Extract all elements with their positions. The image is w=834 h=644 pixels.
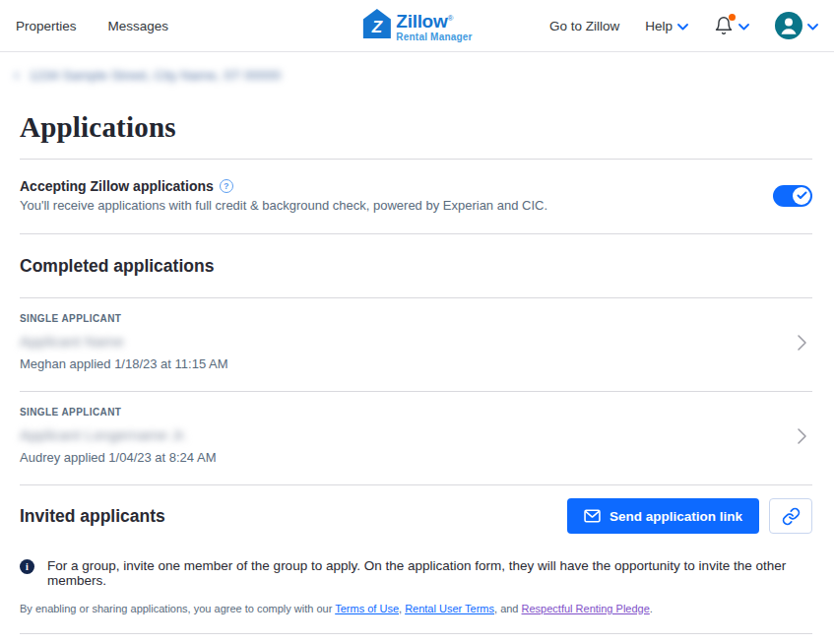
link-icon xyxy=(782,507,801,526)
top-nav: Properties Messages Z Zillow® Rental Man… xyxy=(0,0,834,52)
check-icon xyxy=(797,191,807,200)
group-invite-info: i For a group, invite one member of the … xyxy=(20,558,812,588)
chevron-right-icon xyxy=(798,428,806,448)
application-row[interactable]: SINGLE APPLICANT Applicant Name Meghan a… xyxy=(20,298,812,391)
toggle-knob xyxy=(793,187,810,205)
applicant-name-redacted: Applicant Longername Jr. xyxy=(20,426,812,443)
nav-item-messages[interactable]: Messages xyxy=(108,19,169,33)
chevron-down-icon xyxy=(738,17,749,34)
accepting-applications-section: Accepting Zillow applications ? You'll r… xyxy=(20,178,812,213)
terms-disclaimer: By enabling or sharing applications, you… xyxy=(20,603,812,614)
accepting-text-block: Accepting Zillow applications ? You'll r… xyxy=(20,178,547,213)
avatar xyxy=(775,12,802,39)
invited-applicants-heading: Invited applicants xyxy=(20,506,165,527)
back-chevron-icon: ‹ xyxy=(14,65,20,85)
logo-text: Zillow® Rental Manager xyxy=(396,8,472,42)
accepting-applications-toggle[interactable] xyxy=(773,185,812,207)
terms-separator: , and xyxy=(494,603,522,614)
invited-applicants-section: Invited applicants Send application link xyxy=(20,498,812,534)
page-title: Applications xyxy=(20,111,812,144)
terms-of-use-link[interactable]: Terms of Use xyxy=(335,603,399,614)
invited-actions: Send application link xyxy=(567,498,812,534)
envelope-icon xyxy=(584,509,601,523)
accepting-title-row: Accepting Zillow applications ? xyxy=(20,178,547,194)
divider xyxy=(20,633,812,634)
divider xyxy=(20,484,812,485)
completed-applications-heading: Completed applications xyxy=(20,256,812,277)
respectful-renting-pledge-link[interactable]: Respectful Renting Pledge xyxy=(522,603,650,614)
help-question-icon[interactable]: ? xyxy=(220,179,233,193)
applicant-name-redacted: Applicant Name xyxy=(20,333,812,350)
application-row[interactable]: SINGLE APPLICANT Applicant Longername Jr… xyxy=(20,392,812,484)
divider xyxy=(20,159,812,160)
application-meta: Audrey applied 1/04/23 at 8:24 AM xyxy=(20,450,812,465)
help-menu[interactable]: Help xyxy=(645,17,688,34)
chevron-down-icon xyxy=(677,17,688,34)
send-application-link-button[interactable]: Send application link xyxy=(567,498,759,534)
chevron-right-icon xyxy=(798,335,806,354)
applicant-type-badge: SINGLE APPLICANT xyxy=(20,407,812,418)
svg-text:Z: Z xyxy=(370,18,382,36)
accepting-description: You'll receive applications with full cr… xyxy=(20,198,547,213)
divider xyxy=(20,233,812,234)
account-menu[interactable] xyxy=(775,12,818,39)
registered-mark: ® xyxy=(447,14,453,23)
property-address-redacted: 1234 Sample Street, City Name, ST 00000 xyxy=(30,68,282,83)
breadcrumb[interactable]: ‹ 1234 Sample Street, City Name, ST 0000… xyxy=(0,52,834,97)
rental-user-terms-link[interactable]: Rental User Terms xyxy=(405,603,494,614)
application-meta: Meghan applied 1/18/23 at 11:15 AM xyxy=(20,356,812,371)
go-to-zillow-link[interactable]: Go to Zillow xyxy=(549,19,619,33)
nav-left: Properties Messages xyxy=(16,19,168,33)
chevron-down-icon xyxy=(807,17,818,34)
main-content: Applications Accepting Zillow applicatio… xyxy=(0,111,834,644)
zillow-rental-manager-logo[interactable]: Z Zillow® Rental Manager xyxy=(361,8,472,43)
logo-brand: Zillow® xyxy=(396,11,453,32)
terms-prefix: By enabling or sharing applications, you… xyxy=(20,603,335,614)
nav-right: Go to Zillow Help xyxy=(549,12,818,39)
send-application-link-label: Send application link xyxy=(609,509,742,524)
logo-subtitle: Rental Manager xyxy=(396,32,472,42)
bell-icon xyxy=(714,15,734,36)
notifications-menu[interactable] xyxy=(714,15,749,36)
nav-item-properties[interactable]: Properties xyxy=(16,19,77,33)
applicant-type-badge: SINGLE APPLICANT xyxy=(20,313,812,324)
terms-suffix: . xyxy=(650,603,653,614)
zillow-house-icon: Z xyxy=(361,8,391,43)
group-invite-info-text: For a group, invite one member of the gr… xyxy=(47,558,812,588)
notification-dot xyxy=(729,14,736,21)
info-icon: i xyxy=(20,559,34,574)
copy-application-link-button[interactable] xyxy=(769,498,812,534)
accepting-title: Accepting Zillow applications xyxy=(20,178,214,194)
help-label: Help xyxy=(645,19,673,33)
